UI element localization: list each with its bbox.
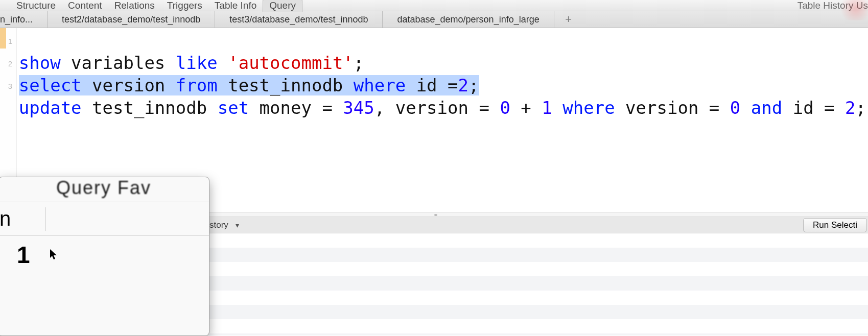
toolbar-item-relations[interactable]: Relations [108, 0, 161, 12]
tab-3[interactable]: database_demo/person_info_large [383, 11, 554, 28]
toolbar-item-triggers[interactable]: Triggers [161, 0, 208, 12]
popup-column-header[interactable]: n [0, 207, 45, 230]
history-dropdown[interactable]: story ▾ [209, 220, 239, 230]
toolbar-item-query[interactable]: Query [263, 0, 302, 12]
popup-header-row: n [0, 202, 209, 236]
toolbar-item-structure[interactable]: Structure [10, 0, 62, 12]
gutter-highlight [0, 28, 6, 49]
tab-1[interactable]: test2/database_demo/test_innodb [48, 11, 215, 28]
query-favorites-popup[interactable]: Query Fav n 1 [0, 177, 209, 336]
toolbar-right-links[interactable]: Table History Us [797, 0, 868, 11]
tab-0[interactable]: n_info... [0, 11, 48, 28]
run-selection-button[interactable]: Run Selecti [803, 218, 867, 232]
popup-title: Query Fav [0, 177, 209, 202]
toolbar-item-content[interactable]: Content [62, 0, 108, 12]
tab-2[interactable]: test3/database_demo/test_innodb [215, 11, 383, 28]
line-number: 3 [0, 75, 16, 98]
sql-line-1[interactable]: show variables like 'autocommit'; [19, 53, 364, 73]
popup-column-divider [45, 207, 46, 231]
toolbar-item-tableinfo[interactable]: Table Info [208, 0, 263, 12]
view-toolbar: Structure Content Relations Triggers Tab… [0, 0, 868, 11]
popup-cell-value: 1 [17, 241, 30, 269]
sql-line-3[interactable]: update test_innodb set money = 345, vers… [19, 98, 866, 118]
line-number: 2 [0, 53, 16, 75]
sql-line-2-selected[interactable]: select version from test_innodb where id… [19, 75, 479, 95]
chevron-down-icon: ▾ [236, 221, 239, 229]
history-dropdown-label: story [209, 220, 228, 230]
connection-tabs: n_info... test2/database_demo/test_innod… [0, 11, 868, 28]
tab-add[interactable]: + [554, 11, 583, 28]
popup-data-row[interactable]: 1 [0, 236, 209, 274]
